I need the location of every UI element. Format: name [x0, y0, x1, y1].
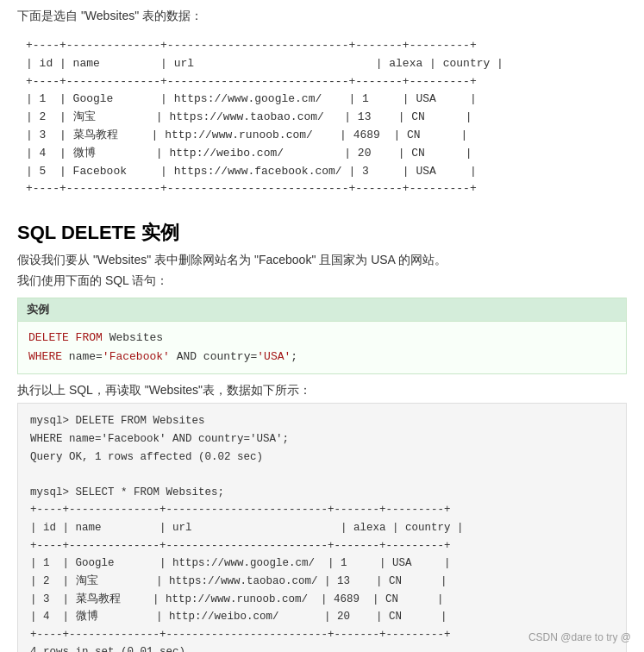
example-box: 实例 DELETE FROM Websites WHERE name='Face…: [17, 298, 627, 374]
table-row-4: | 4 | 微博 | http://weibo.com/ | 20 | CN |: [26, 145, 618, 163]
section-desc2: 我们使用下面的 SQL 语句：: [17, 273, 627, 289]
terminal-border2: +----+--------------+-------------------…: [30, 537, 614, 555]
code-table-name: Websites: [109, 331, 163, 344]
keyword-delete: DELETE FROM: [28, 331, 103, 344]
table-row-1: | 1 | Google | https://www.google.cm/ | …: [26, 91, 618, 109]
code-and: AND country=: [170, 350, 257, 363]
code-condition: name=: [69, 350, 103, 363]
terminal-border3: +----+--------------+-------------------…: [30, 626, 614, 644]
str-usa: 'USA': [257, 350, 291, 363]
watermark: CSDN @dare to try @: [528, 631, 631, 643]
section-desc1: 假设我们要从 "Websites" 表中删除网站名为 "Facebook" 且国…: [17, 253, 627, 268]
websites-table-full: +----+--------------+-------------------…: [17, 33, 627, 203]
table-row-3: | 3 | 菜鸟教程 | http://www.runoob.com/ | 46…: [26, 127, 618, 145]
table-row-border2: +----+--------------+-------------------…: [26, 73, 618, 91]
terminal-line-3: Query OK, 1 rows affected (0.02 sec): [30, 448, 614, 467]
example-label: 实例: [18, 298, 626, 322]
table-row-border3: +----+--------------+-------------------…: [26, 180, 618, 198]
terminal-border1: +----+--------------+-------------------…: [30, 501, 614, 519]
terminal-row-1: | 1 | Google | https://www.google.cm/ | …: [30, 555, 614, 573]
keyword-where: WHERE: [28, 350, 62, 363]
terminal-line-1: mysql> DELETE FROM Websites: [30, 412, 614, 430]
result-label: 执行以上 SQL，再读取 "Websites"表，数据如下所示：: [17, 383, 627, 398]
terminal-row-3: | 3 | 菜鸟教程 | http://www.runoob.com/ | 46…: [30, 591, 614, 609]
terminal-row-4: | 4 | 微博 | http://weibo.com/ | 20 | CN |: [30, 608, 614, 626]
code-semicolon: ;: [291, 350, 297, 363]
terminal-rowcount: 4 rows in set (0.01 sec): [30, 643, 614, 652]
terminal-header: | id | name | url | alexa | country |: [30, 519, 614, 537]
str-facebook: 'Facebook': [103, 350, 170, 363]
intro-text: 下面是选自 "Websites" 表的数据：: [17, 9, 627, 24]
terminal-line-blank: [30, 466, 614, 484]
table-row-5: | 5 | Facebook | https://www.facebook.co…: [26, 163, 618, 181]
terminal-line-4: mysql> SELECT * FROM Websites;: [30, 484, 614, 502]
table-row-header: | id | name | url | alexa | country |: [26, 55, 618, 73]
table-row-2: | 2 | 淘宝 | https://www.taobao.com/ | 13 …: [26, 109, 618, 127]
terminal-row-2: | 2 | 淘宝 | https://www.taobao.com/ | 13 …: [30, 573, 614, 591]
code-content: DELETE FROM Websites WHERE name='Faceboo…: [18, 322, 626, 373]
section-title: SQL DELETE 实例: [17, 220, 627, 246]
terminal-block: mysql> DELETE FROM Websites WHERE name='…: [17, 403, 627, 652]
table-row-border1: +----+--------------+-------------------…: [26, 37, 618, 55]
terminal-line-2: WHERE name='Facebook' AND country='USA';: [30, 430, 614, 448]
